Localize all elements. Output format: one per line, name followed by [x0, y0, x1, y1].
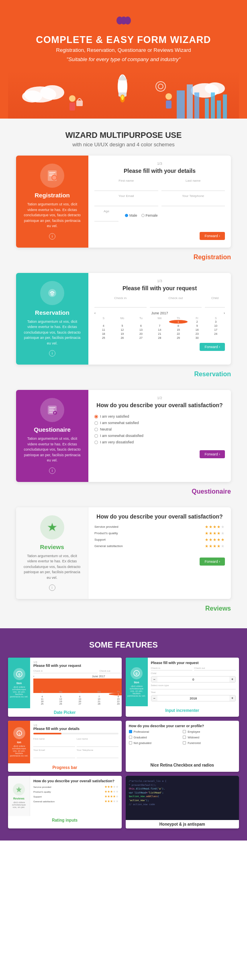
satisfaction-radio-2 [94, 421, 98, 425]
satisfaction-item-1[interactable]: I am very satisfied [94, 413, 225, 420]
datepicker-feature: tion .dicit videre scholaturque vos, en … [8, 658, 122, 717]
registration-forward-btn[interactable]: Forward › [200, 232, 225, 240]
reviews-row-4: General satisfaction ★★★★★ [94, 544, 225, 548]
age-label: Age [94, 209, 118, 213]
svg-rect-20 [205, 98, 209, 119]
year-decrease[interactable]: − [151, 695, 157, 701]
child-incrementer[interactable]: − 0 + [151, 676, 236, 683]
questionaire-left: ? Questionaire Tation argumentum ut vos,… [16, 390, 88, 482]
email-input[interactable] [94, 200, 158, 206]
telephone-label: Your Telephone [161, 194, 225, 198]
cal-prev[interactable]: ‹ [94, 311, 96, 315]
progressbar-feature: :) ion .dicit videre scholaturque vos, e… [8, 721, 122, 772]
cb-notgrad-box [129, 741, 132, 744]
cb-wid-box [183, 736, 186, 739]
pb-phone[interactable] [77, 754, 118, 758]
code-content: /*article.carousel_lis a { * preventDefa… [126, 776, 239, 820]
reviews-row-2: Product's quality ★★★★★ [94, 531, 225, 535]
reviews-forward-btn[interactable]: Forward › [200, 558, 225, 566]
features-title: SOME FEATURES [8, 640, 239, 650]
male-label: Male [129, 213, 137, 217]
satisfaction-label-1: I am very satisfied [100, 414, 129, 418]
quality-label: Product's quality [94, 531, 118, 535]
progressbar-left-text: ion [17, 741, 21, 744]
general-stars[interactable]: ★★★★★ [205, 544, 225, 548]
pb-email[interactable] [33, 754, 75, 758]
svg-marker-50 [16, 787, 22, 792]
check-in-label: Check in [94, 296, 147, 300]
check-in-input[interactable] [94, 303, 147, 308]
cb-title: How do you describe your carrer or profi… [129, 724, 236, 728]
cb-employee[interactable]: Employee [183, 730, 236, 733]
rating-icon [13, 783, 25, 795]
mini-cal-grid: SMoTuWeThFrS 123 45678910 11121314151617… [33, 679, 122, 705]
reservation-card: Reservation Tation argumentum ut vos, di… [16, 273, 231, 365]
incrementer-left-text: tion [134, 681, 139, 684]
year-incrementer[interactable]: − 2018 + [151, 695, 236, 701]
satisfaction-item-4[interactable]: I am somewhat dissatisfied [94, 433, 225, 439]
cb-grad-box [129, 736, 132, 739]
dp-title: Please fill with your request [33, 664, 122, 668]
reservation-title: Please fill with your request [94, 285, 225, 291]
rating-row-1: Service provided ★★★★★ [33, 785, 118, 789]
svg-point-18 [165, 93, 172, 100]
questionaire-forward-btn[interactable]: Forward › [200, 450, 225, 458]
satisfaction-label-2: I am somewhat satisfied [100, 421, 139, 425]
cb-widowed[interactable]: Widowed [183, 736, 236, 739]
svg-point-47 [136, 673, 138, 675]
wizard-title: WIZARD MULTIPURPOSE USE [8, 131, 239, 140]
year-increase[interactable]: + [229, 695, 235, 701]
male-radio[interactable]: Male [125, 213, 137, 217]
wizard-section: WIZARD MULTIPURPOSE USE with nice UI/UX … [0, 119, 247, 628]
inc-increase[interactable]: + [229, 677, 235, 682]
cb-funerored[interactable]: Funerored [183, 741, 236, 744]
incrementer-left-desc: .dicit videre scholaturque vos, en per, … [127, 685, 146, 697]
reviews-left-title: Reviews [40, 543, 64, 550]
wizard-subtitle: with nice UI/UX design and 4 color schem… [8, 141, 239, 148]
reservation-info-badge: i [49, 350, 55, 357]
male-radio-dot [125, 214, 128, 217]
support-stars[interactable]: ★★★★★ [205, 537, 225, 542]
reviews-icon [40, 515, 64, 539]
satisfaction-item-2[interactable]: I am somewhat satisfied [94, 420, 225, 426]
header-tagline: "Suitable for every type of company and … [8, 56, 239, 62]
female-radio-dot [141, 214, 145, 217]
satisfaction-item-3[interactable]: Neutral [94, 426, 225, 433]
questionaire-right: 1/2 How do you describe your overall sat… [88, 390, 231, 482]
svg-point-16 [69, 95, 76, 102]
header-subtitle: Registration, Reservation, Questionare o… [8, 47, 239, 53]
satisfaction-label-3: Neutral [100, 427, 112, 431]
cb-graduated[interactable]: Graduated [129, 736, 182, 739]
year-value: 2018 [157, 697, 229, 700]
child-input[interactable] [205, 303, 225, 308]
cb-notgrad[interactable]: Not graduated [129, 741, 182, 744]
pb-firstname[interactable] [33, 743, 75, 747]
honeypot-label: Honeypot & js antispam [126, 820, 239, 828]
email-label: Your Email [94, 194, 158, 198]
datepicker-icon [13, 668, 25, 680]
female-radio[interactable]: Female [141, 213, 158, 217]
registration-title: Please fill with your details [94, 168, 225, 174]
inc-decrease[interactable]: − [151, 677, 157, 682]
datepicker-left-desc: .dicit videre scholaturque vos, en per, … [10, 686, 29, 698]
quality-stars[interactable]: ★★★★★ [205, 531, 225, 535]
age-input[interactable] [94, 215, 118, 221]
service-stars[interactable]: ★★★★★ [205, 525, 225, 529]
cb-professional[interactable]: Professional [129, 730, 182, 733]
last-name-input[interactable] [161, 185, 225, 191]
satisfaction-item-5[interactable]: I am very dissatisfied [94, 439, 225, 445]
telephone-input[interactable] [161, 200, 225, 206]
mini-cal-header: ‹ June 2017 › [33, 675, 122, 678]
progressbar-left: :) ion .dicit videre scholaturque vos, e… [8, 721, 30, 763]
service-label: Service provided [94, 525, 118, 529]
questionaire-left-title: Questionaire [34, 426, 71, 433]
dp-step: 1/3 [33, 661, 122, 664]
pb-lastname[interactable] [77, 743, 118, 747]
check-out-input[interactable] [150, 303, 202, 308]
svg-text:?: ? [54, 411, 56, 415]
first-name-input[interactable] [94, 185, 158, 191]
registration-icon [40, 164, 64, 188]
cal-next[interactable]: › [224, 311, 225, 315]
reservation-forward-btn[interactable]: Forward › [200, 343, 225, 351]
questionaire-form-title: How do you describe your overall satisfa… [94, 402, 225, 408]
